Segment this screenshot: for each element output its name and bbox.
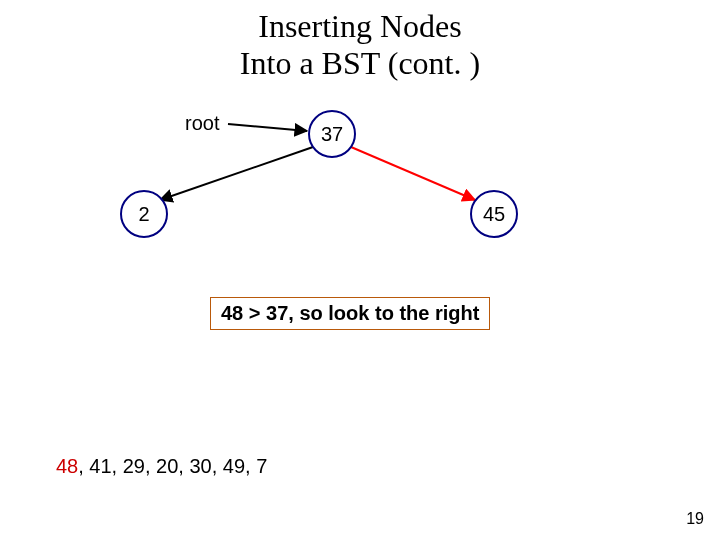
pointer-root-to-37: [228, 124, 307, 131]
tree-node-root: 37: [308, 110, 356, 158]
slide-title: Inserting Nodes Into a BST (cont. ): [0, 8, 720, 82]
step-caption: 48 > 37, so look to the right: [210, 297, 490, 330]
title-line-2: Into a BST (cont. ): [240, 45, 480, 81]
node-value: 37: [321, 123, 343, 146]
caption-text: 48 > 37, so look to the right: [221, 302, 479, 324]
edge-37-to-45: [351, 147, 475, 200]
title-line-1: Inserting Nodes: [258, 8, 462, 44]
tree-node-right: 45: [470, 190, 518, 238]
node-value: 2: [138, 203, 149, 226]
tree-node-left: 2: [120, 190, 168, 238]
root-label: root: [185, 112, 219, 135]
node-value: 45: [483, 203, 505, 226]
sequence-current: 48: [56, 455, 78, 477]
sequence-rest: , 41, 29, 20, 30, 49, 7: [78, 455, 267, 477]
insert-sequence: 48, 41, 29, 20, 30, 49, 7: [56, 455, 267, 478]
page-number: 19: [686, 510, 704, 528]
edge-37-to-2: [160, 147, 313, 200]
